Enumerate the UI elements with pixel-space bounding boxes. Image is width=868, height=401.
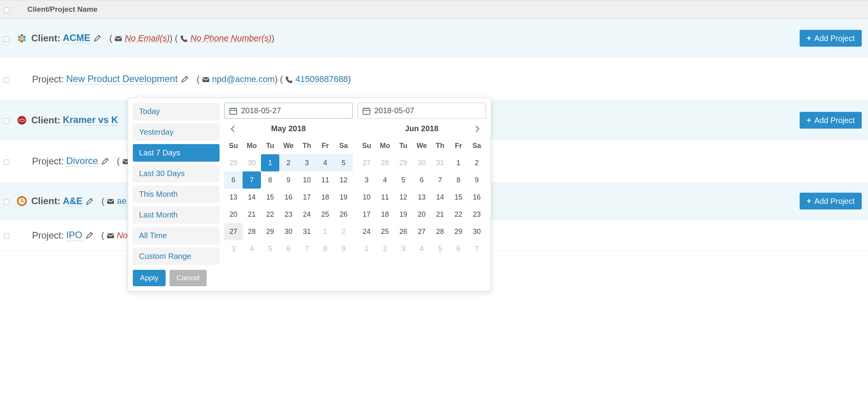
calendar-day[interactable]: 19 — [394, 206, 413, 223]
calendar-day[interactable]: 13 — [413, 189, 431, 206]
project-name-link[interactable]: IPO — [66, 230, 82, 241]
calendar-day[interactable]: 2 — [279, 154, 298, 171]
calendar-day[interactable]: 17 — [357, 206, 376, 223]
start-date-input-wrap[interactable] — [224, 103, 353, 119]
row-checkbox[interactable] — [4, 77, 9, 83]
range-preset[interactable]: Custom Range — [133, 248, 220, 251]
calendar-day[interactable]: 3 — [357, 171, 376, 189]
no-email-link[interactable]: No Email(s) — [125, 33, 170, 43]
project-name-link[interactable]: New Product Development — [66, 73, 177, 85]
calendar-day[interactable]: 12 — [334, 171, 353, 189]
calendar-day[interactable]: 29 — [261, 223, 279, 240]
range-preset[interactable]: Today — [133, 103, 220, 120]
row-checkbox[interactable] — [4, 199, 9, 205]
calendar-day[interactable]: 15 — [261, 189, 279, 206]
calendar-day[interactable]: 28 — [431, 223, 449, 240]
edit-project-icon[interactable] — [86, 231, 93, 240]
calendar-day[interactable]: 7 — [243, 171, 261, 189]
row-checkbox[interactable] — [4, 233, 9, 239]
client-email-link[interactable]: ae — [117, 196, 126, 206]
calendar-day[interactable]: 30 — [468, 223, 486, 240]
add-project-button[interactable]: +Add Project — [800, 112, 862, 128]
add-project-button[interactable]: +Add Project — [800, 193, 862, 210]
range-preset[interactable]: All Time — [133, 227, 220, 244]
calendar-day[interactable]: 4 — [316, 154, 334, 171]
calendar-day[interactable]: 5 — [394, 171, 413, 189]
calendar-day[interactable]: 21 — [431, 206, 449, 223]
calendar-day[interactable]: 12 — [394, 189, 413, 206]
select-all-checkbox[interactable] — [4, 7, 9, 13]
row-checkbox[interactable] — [4, 36, 9, 42]
calendar-day[interactable]: 6 — [413, 171, 431, 189]
calendar-day[interactable]: 16 — [468, 189, 486, 206]
calendar-day[interactable]: 29 — [449, 223, 468, 240]
calendar-day[interactable]: 1 — [261, 154, 279, 171]
start-date-input[interactable] — [241, 106, 348, 115]
calendar-day[interactable]: 23 — [468, 206, 486, 223]
calendar-day[interactable]: 25 — [316, 206, 334, 223]
calendar-day[interactable]: 7 — [431, 171, 449, 189]
calendar-day[interactable]: 10 — [298, 171, 316, 189]
calendar-day[interactable]: 25 — [376, 223, 394, 240]
edit-project-icon[interactable] — [101, 157, 109, 166]
add-project-button[interactable]: +Add Project — [800, 30, 862, 46]
calendar-day[interactable]: 9 — [279, 171, 298, 189]
calendar-day[interactable]: 20 — [413, 206, 431, 223]
calendar-day[interactable]: 26 — [394, 223, 413, 240]
calendar-day[interactable]: 18 — [316, 189, 334, 206]
calendar-day[interactable]: 8 — [261, 171, 279, 189]
calendar-day[interactable]: 22 — [449, 206, 468, 223]
calendar-day[interactable]: 4 — [376, 171, 394, 189]
client-name-link[interactable]: Kramer vs K — [63, 114, 118, 126]
client-name-link[interactable]: ACME — [63, 32, 91, 44]
end-date-input-wrap[interactable] — [357, 103, 486, 119]
calendar-day[interactable]: 27 — [224, 223, 243, 240]
range-preset[interactable]: This Month — [133, 185, 220, 203]
calendar-day[interactable]: 21 — [243, 206, 261, 223]
calendar-day[interactable]: 31 — [298, 223, 316, 240]
calendar-day[interactable]: 27 — [413, 223, 431, 240]
calendar-day[interactable]: 11 — [376, 189, 394, 206]
calendar-day[interactable]: 24 — [357, 223, 376, 240]
project-phone-link[interactable]: 41509887688 — [295, 74, 348, 84]
calendar-day[interactable]: 16 — [279, 189, 298, 206]
calendar-day[interactable]: 24 — [298, 206, 316, 223]
range-preset[interactable]: Last Month — [133, 206, 220, 224]
calendar-day[interactable]: 15 — [449, 189, 468, 206]
calendar-day[interactable]: 19 — [334, 189, 353, 206]
range-preset[interactable]: Yesterday — [133, 123, 220, 141]
edit-client-icon[interactable] — [93, 34, 101, 43]
calendar-day[interactable]: 18 — [376, 206, 394, 223]
no-phone-link[interactable]: No Phone Number(s) — [190, 33, 271, 43]
calendar-day[interactable]: 14 — [243, 189, 261, 206]
calendar-day[interactable]: 23 — [279, 206, 298, 223]
range-preset[interactable]: Last 30 Days — [133, 165, 220, 182]
calendar-day[interactable]: 1 — [449, 154, 468, 171]
calendar-day[interactable]: 10 — [357, 189, 376, 206]
end-date-input[interactable] — [374, 106, 481, 115]
calendar-day[interactable]: 9 — [468, 171, 486, 189]
calendar-day[interactable]: 5 — [334, 154, 353, 171]
calendar-day[interactable]: 22 — [261, 206, 279, 223]
edit-client-icon[interactable] — [86, 197, 93, 205]
calendar-day[interactable]: 14 — [431, 189, 449, 206]
calendar-day[interactable]: 8 — [449, 171, 468, 189]
calendar-day[interactable]: 2 — [468, 154, 486, 171]
calendar-day[interactable]: 26 — [334, 206, 353, 223]
edit-project-icon[interactable] — [181, 75, 189, 84]
calendar-day[interactable]: 17 — [298, 189, 316, 206]
project-email-link[interactable]: npd@acme.com — [212, 74, 275, 84]
calendar-day[interactable]: 20 — [224, 206, 243, 223]
calendar-day[interactable]: 6 — [224, 171, 243, 189]
calendar-day[interactable]: 30 — [279, 223, 298, 240]
row-checkbox[interactable] — [4, 159, 9, 165]
row-checkbox[interactable] — [4, 118, 9, 124]
calendar-day[interactable]: 3 — [298, 154, 316, 171]
prev-month-button[interactable] — [227, 122, 239, 135]
range-preset[interactable]: Last 7 Days — [133, 144, 220, 162]
calendar-day[interactable]: 28 — [243, 223, 261, 240]
project-name-link[interactable]: Divorce — [66, 155, 98, 167]
client-name-link[interactable]: A&E — [63, 196, 83, 207]
calendar-day[interactable]: 11 — [316, 171, 334, 189]
next-month-button[interactable] — [471, 122, 484, 135]
